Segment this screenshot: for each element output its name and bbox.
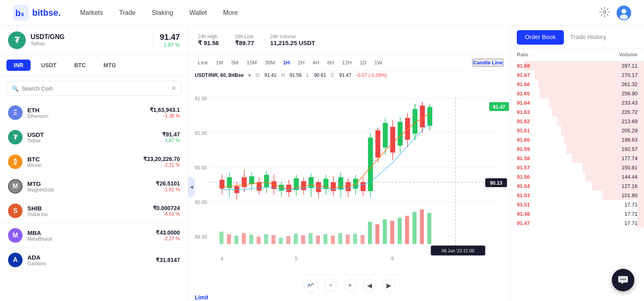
time-btn-4h[interactable]: 4H [310, 58, 323, 67]
time-btn-30m[interactable]: 30M [262, 58, 278, 67]
orderbook-row[interactable]: 91.57 150.81 [510, 163, 644, 172]
time-btn-1m[interactable]: 1M [213, 58, 227, 67]
list-item[interactable]: S SHIB Shiba Inu ₹0.000724 -4.61 % [0, 199, 188, 223]
tab-order-book[interactable]: Order Book [517, 30, 564, 45]
ob-row-rate: 91.67 [517, 72, 530, 78]
chart-canvas[interactable]: 91.56 91.00 90.50 90.00 89.50 [188, 80, 510, 294]
orderbook-row[interactable]: 91.56 144.44 [510, 172, 644, 181]
list-item[interactable]: ₮ USDT Tether ₹91.47 1.87 % [0, 125, 188, 150]
orderbook-row[interactable]: 91.48 17.71 [510, 209, 644, 219]
svg-rect-28 [249, 176, 254, 184]
search-input[interactable] [22, 85, 171, 92]
svg-text:06 Jun '23  21:00: 06 Jun '23 21:00 [442, 248, 474, 253]
time-btn-5m[interactable]: 5M [228, 58, 242, 67]
coin-avatar-usdt: ₮ [8, 130, 23, 144]
svg-rect-109 [390, 221, 394, 244]
search-bar: 🔍 ✕ [6, 81, 182, 96]
orderbook-row[interactable]: 91.62 213.69 [510, 117, 644, 126]
nav-wallet[interactable]: Wallet [189, 8, 207, 18]
orderbook-row[interactable]: 91.63 226.72 [510, 107, 644, 117]
time-btn-line[interactable]: Line [195, 58, 211, 67]
settings-button[interactable] [599, 6, 610, 19]
nav-staking[interactable]: Staking [152, 8, 173, 18]
svg-text:b: b [15, 8, 21, 18]
coin-price-change: -2.27 % [156, 236, 180, 241]
svg-rect-112 [413, 212, 417, 244]
time-btn-15m[interactable]: 15M [244, 58, 260, 67]
search-clear-button[interactable]: ✕ [171, 85, 176, 92]
svg-rect-99 [316, 236, 320, 244]
list-item[interactable]: A ADA Cardano ₹31.8147 [0, 248, 188, 272]
orderbook-row[interactable]: 91.68 297.11 [510, 61, 644, 70]
svg-text:90.00: 90.00 [195, 200, 207, 205]
coin-price-right: ₹0.000724 -4.61 % [153, 205, 180, 217]
orderbook-row[interactable]: 91.65 256.90 [510, 89, 644, 98]
list-item[interactable]: M MBA MetaBharat ₹43.0000 -2.27 % [0, 223, 188, 248]
orderbook-row[interactable]: 91.66 261.32 [510, 80, 644, 89]
svg-rect-113 [420, 209, 424, 244]
orderbook-row[interactable]: 91.47 17.71 [510, 219, 644, 228]
user-avatar[interactable] [617, 6, 631, 20]
svg-rect-106 [368, 222, 372, 244]
zoom-in-button[interactable]: + [344, 279, 357, 292]
coin-ticker: BTC [27, 156, 143, 163]
indicator-button[interactable] [303, 278, 318, 293]
svg-rect-88 [234, 236, 238, 244]
ohlc-h-val: 91.56 [289, 72, 301, 78]
time-btn-1h[interactable]: 1H [280, 58, 293, 67]
divider [153, 32, 153, 48]
logo[interactable]: b s bitbse. [13, 5, 61, 21]
coin-price-value: ₹1,63,943.1 [150, 107, 180, 113]
tab-usdt[interactable]: USDT [34, 60, 64, 71]
time-btn-1w[interactable]: 1W [371, 58, 386, 67]
zoom-out-button[interactable]: − [324, 279, 337, 292]
orderbook-row[interactable]: 91.58 177.74 [510, 154, 644, 163]
tab-trade-history[interactable]: Trade History [564, 30, 613, 45]
list-item[interactable]: M MTG MagnetGold ₹26.5101 -1.81 % [0, 174, 188, 199]
svg-rect-92 [264, 234, 268, 244]
coin-ticker: MTG [27, 180, 156, 187]
time-btn-12h[interactable]: 12H [339, 58, 355, 67]
chat-button[interactable] [612, 269, 634, 291]
candle-line-button[interactable]: Candle Line [472, 59, 504, 66]
nav-trade[interactable]: Trade [119, 8, 136, 18]
chart-scroll-handle[interactable] [188, 177, 195, 197]
list-item[interactable]: Ξ ETH Ethereum ₹1,63,943.1 -1.36 % [0, 101, 188, 125]
coin-fullname: Bitcoin [27, 163, 143, 168]
orderbook-row[interactable]: 91.51 17.71 [510, 200, 644, 209]
stat-low: 24h Low ₹89.77 [235, 34, 254, 47]
orderbook-row[interactable]: 91.59 192.57 [510, 144, 644, 154]
tab-inr[interactable]: INR [6, 60, 31, 71]
orderbook-row[interactable]: 91.53 101.80 [510, 191, 644, 200]
orderbook-row[interactable]: 91.60 198.63 [510, 135, 644, 144]
chart-stats-bar: 24h High ₹ 91.56 24h Low ₹89.77 24h Volu… [188, 26, 510, 55]
chart-bottom-controls: − + ◀ ▶ [188, 274, 510, 294]
svg-rect-102 [338, 233, 342, 244]
nav-more[interactable]: More [223, 8, 237, 18]
orderbook-row[interactable]: 91.54 127.16 [510, 181, 644, 191]
orderbook-row[interactable]: 91.61 205.29 [510, 126, 644, 135]
svg-rect-58 [361, 182, 365, 191]
ob-row-rate: 91.58 [517, 155, 530, 161]
time-btn-2h[interactable]: 2H [295, 58, 308, 67]
svg-rect-104 [353, 234, 357, 244]
coin-avatar-shib: S [8, 204, 23, 218]
list-item[interactable]: ₿ BTC Bitcoin ₹23,20,226.70 -2.21 % [0, 150, 188, 174]
prev-button[interactable]: ◀ [363, 279, 376, 292]
limit-section: Limit [188, 294, 510, 301]
tab-mtg[interactable]: MTG [96, 60, 123, 71]
coin-info-usdt: USDT Tether [27, 131, 162, 144]
next-button[interactable]: ▶ [382, 279, 395, 292]
time-btn-1d[interactable]: 1D [357, 58, 370, 67]
coin-ticker: ADA [27, 254, 156, 261]
svg-rect-54 [346, 182, 351, 191]
time-btn-6h[interactable]: 6H [324, 58, 337, 67]
ohlc-chevron[interactable]: ▾ [248, 72, 251, 78]
ob-row-volume: 17.71 [624, 202, 638, 208]
nav-markets[interactable]: Markets [80, 8, 103, 18]
svg-rect-90 [249, 235, 253, 244]
svg-text:91.47: 91.47 [493, 104, 506, 110]
orderbook-row[interactable]: 91.64 233.43 [510, 98, 644, 107]
tab-btc[interactable]: BTC [67, 60, 93, 71]
orderbook-row[interactable]: 91.67 270.17 [510, 70, 644, 80]
